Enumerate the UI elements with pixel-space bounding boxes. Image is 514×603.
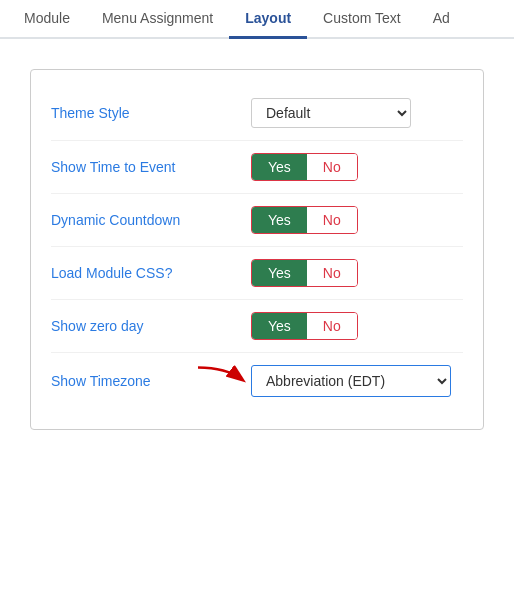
label-show-time-to-event: Show Time to Event bbox=[51, 159, 251, 175]
load-module-css-yes-button[interactable]: Yes bbox=[252, 260, 307, 286]
label-show-zero-day: Show zero day bbox=[51, 318, 251, 334]
control-dynamic-countdown: YesNo bbox=[251, 206, 463, 234]
main-content: Theme StyleDefaultShow Time to EventYesN… bbox=[0, 39, 514, 450]
show-zero-day-toggle: YesNo bbox=[251, 312, 358, 340]
tab-module[interactable]: Module bbox=[8, 0, 86, 39]
layout-group: Theme StyleDefaultShow Time to EventYesN… bbox=[30, 69, 484, 430]
tab-layout[interactable]: Layout bbox=[229, 0, 307, 39]
label-theme-style: Theme Style bbox=[51, 105, 251, 121]
control-show-time-to-event: YesNo bbox=[251, 153, 463, 181]
tab-bar: ModuleMenu AssignmentLayoutCustom TextAd bbox=[0, 0, 514, 39]
show-zero-day-yes-button[interactable]: Yes bbox=[252, 313, 307, 339]
form-row-show-zero-day: Show zero dayYesNo bbox=[51, 300, 463, 353]
form-row-show-timezone: Show Timezone Abbreviation (EDT) bbox=[51, 353, 463, 409]
control-load-module-css: YesNo bbox=[251, 259, 463, 287]
tab-custom-text[interactable]: Custom Text bbox=[307, 0, 417, 39]
timezone-wrapper: Abbreviation (EDT) bbox=[251, 365, 451, 397]
show-zero-day-no-button[interactable]: No bbox=[307, 313, 357, 339]
form-row-show-time-to-event: Show Time to EventYesNo bbox=[51, 141, 463, 194]
form-row-theme-style: Theme StyleDefault bbox=[51, 86, 463, 141]
form-row-dynamic-countdown: Dynamic CountdownYesNo bbox=[51, 194, 463, 247]
theme-style-select[interactable]: Default bbox=[251, 98, 411, 128]
timezone-select[interactable]: Abbreviation (EDT) bbox=[251, 365, 451, 397]
label-dynamic-countdown: Dynamic Countdown bbox=[51, 212, 251, 228]
dynamic-countdown-toggle: YesNo bbox=[251, 206, 358, 234]
label-load-module-css: Load Module CSS? bbox=[51, 265, 251, 281]
tab-ad[interactable]: Ad bbox=[417, 0, 466, 39]
control-show-zero-day: YesNo bbox=[251, 312, 463, 340]
load-module-css-no-button[interactable]: No bbox=[307, 260, 357, 286]
show-time-to-event-no-button[interactable]: No bbox=[307, 154, 357, 180]
tab-menu-assignment[interactable]: Menu Assignment bbox=[86, 0, 229, 39]
show-time-to-event-yes-button[interactable]: Yes bbox=[252, 154, 307, 180]
control-theme-style: Default bbox=[251, 98, 463, 128]
dynamic-countdown-yes-button[interactable]: Yes bbox=[252, 207, 307, 233]
red-arrow-icon bbox=[196, 366, 246, 397]
form-row-load-module-css: Load Module CSS?YesNo bbox=[51, 247, 463, 300]
dynamic-countdown-no-button[interactable]: No bbox=[307, 207, 357, 233]
control-show-timezone: Abbreviation (EDT) bbox=[251, 365, 463, 397]
load-module-css-toggle: YesNo bbox=[251, 259, 358, 287]
show-time-to-event-toggle: YesNo bbox=[251, 153, 358, 181]
